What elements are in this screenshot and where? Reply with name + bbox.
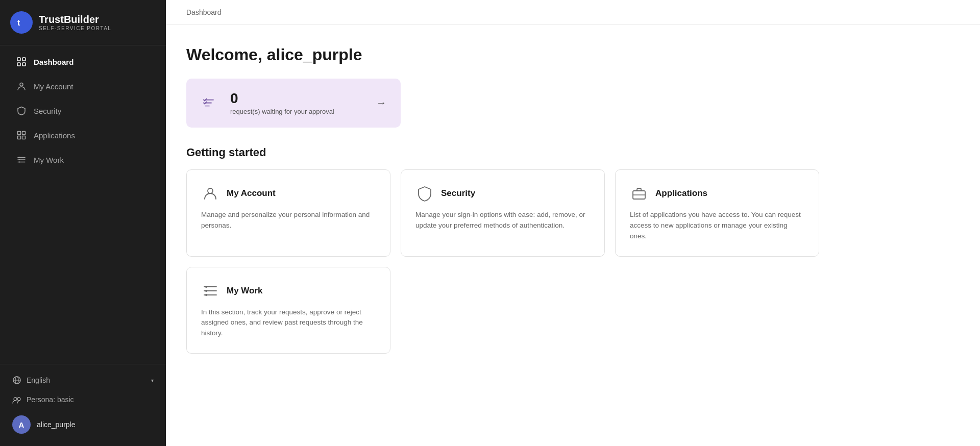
- person-card-icon: [201, 184, 219, 203]
- shield-card-icon: [415, 184, 434, 203]
- globe-icon: [12, 376, 21, 385]
- cards-row-top: My Account Manage and personalize your p…: [186, 169, 960, 257]
- approval-arrow-icon[interactable]: →: [376, 97, 386, 109]
- card-header-my-account: My Account: [201, 184, 376, 203]
- svg-rect-2: [22, 58, 26, 61]
- svg-point-15: [19, 162, 20, 163]
- sidebar-item-label-my-account: My Account: [34, 82, 74, 91]
- svg-rect-8: [18, 136, 21, 139]
- svg-rect-23: [205, 105, 210, 107]
- card-my-work[interactable]: My Work In this section, track your requ…: [186, 267, 390, 354]
- chevron-down-icon: ▾: [151, 378, 154, 383]
- sidebar-item-label-applications: Applications: [34, 131, 75, 140]
- svg-point-30: [205, 286, 207, 288]
- language-selector[interactable]: English ▾: [0, 370, 166, 390]
- sidebar-item-my-account[interactable]: My Account: [4, 74, 162, 98]
- persona-icon: [12, 395, 21, 404]
- sidebar-bottom: English ▾ Persona: basic A alice_purple: [0, 364, 166, 446]
- card-desc-security: Manage your sign-in options with ease: a…: [415, 210, 590, 231]
- logo-area: t TrustBuilder SELF-SERVICE PORTAL: [0, 0, 166, 45]
- approval-label: request(s) waiting for your approval: [230, 108, 367, 115]
- approval-count: 0: [230, 91, 367, 107]
- card-title-applications: Applications: [655, 188, 707, 199]
- card-title-my-account: My Account: [227, 188, 276, 199]
- logo-text: TrustBuilder SELF-SERVICE PORTAL: [39, 14, 111, 31]
- card-header-applications: Applications: [630, 184, 804, 203]
- svg-rect-9: [22, 136, 26, 139]
- svg-rect-6: [18, 132, 21, 135]
- breadcrumb: Dashboard: [166, 0, 980, 25]
- cards-row-bottom: My Work In this section, track your requ…: [186, 267, 960, 354]
- checklist-icon: [201, 93, 221, 113]
- svg-point-24: [208, 188, 213, 193]
- svg-point-5: [20, 83, 23, 86]
- sidebar-item-applications[interactable]: Applications: [4, 123, 162, 147]
- language-label: English: [27, 376, 50, 384]
- approval-card[interactable]: 0 request(s) waiting for your approval →: [186, 79, 401, 128]
- breadcrumb-text: Dashboard: [186, 8, 222, 16]
- shield-icon: [16, 106, 27, 116]
- main-content: Dashboard Welcome, alice_purple 0 reques…: [166, 0, 980, 446]
- sidebar-divider: [0, 45, 166, 45]
- sidebar-item-label-my-work: My Work: [34, 156, 64, 164]
- sidebar: t TrustBuilder SELF-SERVICE PORTAL Dashb…: [0, 0, 166, 446]
- briefcase-card-icon: [630, 184, 648, 203]
- card-security[interactable]: Security Manage your sign-in options wit…: [401, 169, 605, 257]
- svg-point-19: [14, 398, 17, 401]
- username-label: alice_purple: [37, 420, 76, 429]
- card-desc-my-account: Manage and personalize your personal inf…: [201, 210, 376, 231]
- brand-title: TrustBuilder: [39, 14, 111, 26]
- card-header-security: Security: [415, 184, 590, 203]
- sidebar-item-label-dashboard: Dashboard: [34, 58, 74, 66]
- dashboard-icon: [16, 57, 27, 67]
- card-desc-my-work: In this section, track your requests, ap…: [201, 307, 376, 339]
- logo-icon: t: [10, 11, 33, 34]
- card-title-security: Security: [441, 188, 475, 199]
- svg-point-31: [205, 290, 207, 292]
- persona-label: Persona: basic: [27, 395, 74, 404]
- sidebar-item-dashboard[interactable]: Dashboard: [4, 49, 162, 74]
- svg-rect-3: [17, 63, 20, 66]
- sidebar-item-my-work[interactable]: My Work: [4, 147, 162, 172]
- svg-point-13: [19, 157, 20, 158]
- persona-item: Persona: basic: [0, 390, 166, 409]
- card-title-my-work: My Work: [227, 286, 263, 296]
- avatar: A: [12, 415, 31, 434]
- brand-subtitle: SELF-SERVICE PORTAL: [39, 26, 111, 31]
- welcome-heading: Welcome, alice_purple: [186, 45, 960, 64]
- svg-point-32: [205, 294, 207, 296]
- avatar-initial: A: [19, 420, 24, 429]
- getting-started-heading: Getting started: [186, 146, 960, 159]
- card-my-account[interactable]: My Account Manage and personalize your p…: [186, 169, 390, 257]
- card-header-my-work: My Work: [201, 282, 376, 300]
- user-item[interactable]: A alice_purple: [0, 409, 166, 440]
- approval-info: 0 request(s) waiting for your approval: [230, 91, 367, 115]
- svg-point-20: [17, 398, 20, 401]
- person-icon: [16, 81, 27, 91]
- list-icon: [16, 155, 27, 165]
- card-applications[interactable]: Applications List of applications you ha…: [615, 169, 819, 257]
- svg-rect-4: [22, 63, 26, 66]
- svg-rect-7: [22, 132, 26, 135]
- svg-rect-1: [17, 58, 20, 61]
- sidebar-item-security[interactable]: Security: [4, 98, 162, 123]
- sidebar-item-label-security: Security: [34, 107, 61, 115]
- svg-text:t: t: [17, 18, 20, 27]
- mywork-card-icon: [201, 282, 219, 300]
- content-area: Welcome, alice_purple 0 request(s) waiti…: [166, 25, 980, 384]
- grid-icon: [16, 130, 27, 140]
- card-desc-applications: List of applications you have access to.…: [630, 210, 804, 242]
- svg-point-14: [19, 159, 20, 160]
